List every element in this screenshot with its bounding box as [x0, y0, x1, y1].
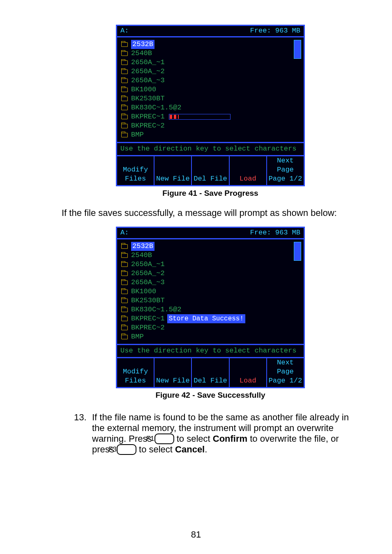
- figure-caption-41: Figure 41 - Save Progress: [62, 189, 359, 198]
- softkey-next-page[interactable]: Next Page Page 1/2: [266, 358, 304, 387]
- softkey-modify-files[interactable]: Modify Files: [117, 358, 154, 387]
- folder-icon: [121, 299, 128, 303]
- folder-icon: [121, 124, 128, 128]
- file-row: BKPREC~1: [121, 112, 292, 121]
- scrollbar-thumb[interactable]: [294, 242, 301, 261]
- folder-icon: [121, 97, 128, 101]
- step-13: 13.If the file name is found to be the s…: [62, 412, 359, 455]
- folder-icon: [121, 317, 128, 321]
- file-row: BK2530BT: [121, 94, 292, 103]
- free-space: Free: 963 MB: [250, 229, 300, 236]
- file-row: BK830C~1.5@2: [121, 305, 292, 314]
- softkey-new-file[interactable]: New File: [154, 156, 191, 185]
- softkey-load[interactable]: Load: [229, 358, 266, 387]
- folder-icon: [121, 115, 128, 119]
- confirm-label: Confirm: [213, 433, 247, 444]
- file-row: 2540B: [121, 49, 292, 58]
- folder-icon: [121, 262, 128, 267]
- folder-icon: [121, 280, 128, 285]
- softkey-new-file[interactable]: New File: [154, 358, 191, 387]
- file-row: BK2530BT: [121, 296, 292, 305]
- step-number: 13.: [74, 412, 92, 423]
- screenshot-save-progress: A: Free: 963 MB 2532B 2540B 2650A_~1 265…: [116, 25, 305, 186]
- folder-icon: [121, 79, 128, 83]
- success-message: Store Data Success!: [167, 314, 245, 323]
- screenshot-save-success: A: Free: 963 MB 2532B 2540B 2650A_~1 265…: [116, 227, 305, 388]
- f1-key: F1: [154, 433, 174, 444]
- file-row: BK1000: [121, 287, 292, 296]
- softkey-del-file[interactable]: Del File: [191, 358, 228, 387]
- file-row: 2532B: [121, 242, 292, 251]
- folder-icon: [121, 244, 128, 249]
- file-row: 2532B: [121, 40, 292, 49]
- scrollbar[interactable]: [294, 40, 301, 139]
- drive-label: A:: [120, 229, 129, 236]
- file-row: 2650A_~2: [121, 67, 292, 76]
- file-row: BMP: [121, 130, 292, 139]
- page-number: 81: [0, 529, 392, 540]
- folder-icon: [121, 133, 128, 137]
- hint-text: Use the direction key to select characte…: [117, 344, 304, 358]
- cancel-label: Cancel: [175, 444, 205, 454]
- file-row: BK1000: [121, 85, 292, 94]
- file-row: BMP: [121, 332, 292, 341]
- folder-icon: [121, 42, 128, 47]
- file-row: 2650A_~3: [121, 278, 292, 287]
- folder-icon: [121, 253, 128, 258]
- file-row: 2650A_~1: [121, 58, 292, 67]
- folder-icon: [121, 326, 128, 330]
- softkey-modify-files[interactable]: Modify Files: [117, 156, 154, 185]
- paragraph-save-success: If the file saves successfully, a messag…: [62, 208, 359, 218]
- softkey-del-file[interactable]: Del File: [191, 156, 228, 185]
- hint-text: Use the direction key to select characte…: [117, 142, 304, 156]
- file-row: 2650A_~1: [121, 260, 292, 269]
- file-row: BKPREC~2: [121, 323, 292, 332]
- folder-icon: [121, 106, 128, 110]
- file-row: 2650A_~3: [121, 76, 292, 85]
- softkey-bar: Modify Files New File Del File Load Next…: [117, 358, 304, 387]
- ss1-header: A: Free: 963 MB: [117, 26, 304, 37]
- folder-icon: [121, 60, 128, 65]
- folder-icon: [121, 308, 128, 312]
- softkey-bar: Modify Files New File Del File Load Next…: [117, 156, 304, 185]
- file-row: BK830C~1.5@2: [121, 103, 292, 112]
- softkey-next-page[interactable]: Next Page Page 1/2: [266, 156, 304, 185]
- figure-caption-42: Figure 42 - Save Successfully: [62, 391, 359, 400]
- file-row: 2650A_~2: [121, 269, 292, 278]
- folder-icon: [121, 70, 128, 74]
- progress-bar: [169, 114, 231, 120]
- ss2-header: A: Free: 963 MB: [117, 228, 304, 239]
- folder-icon: [121, 271, 128, 276]
- file-row: BKPREC~1 Store Data Success!: [121, 314, 292, 323]
- folder-icon: [121, 335, 128, 339]
- scrollbar-thumb[interactable]: [294, 40, 301, 59]
- folder-icon: [121, 51, 128, 56]
- file-row: BKPREC~2: [121, 121, 292, 130]
- file-list: 2532B 2540B 2650A_~1 2650A_~2 2650A_~3 B…: [121, 40, 292, 139]
- file-list: 2532B 2540B 2650A_~1 2650A_~2 2650A_~3 B…: [121, 242, 292, 341]
- scrollbar[interactable]: [294, 242, 301, 341]
- file-row: 2540B: [121, 251, 292, 260]
- f3-key: F3: [117, 444, 136, 455]
- drive-label: A:: [120, 27, 129, 35]
- folder-icon: [121, 88, 128, 92]
- softkey-load[interactable]: Load: [229, 156, 266, 185]
- folder-icon: [121, 290, 128, 294]
- free-space: Free: 963 MB: [250, 27, 300, 35]
